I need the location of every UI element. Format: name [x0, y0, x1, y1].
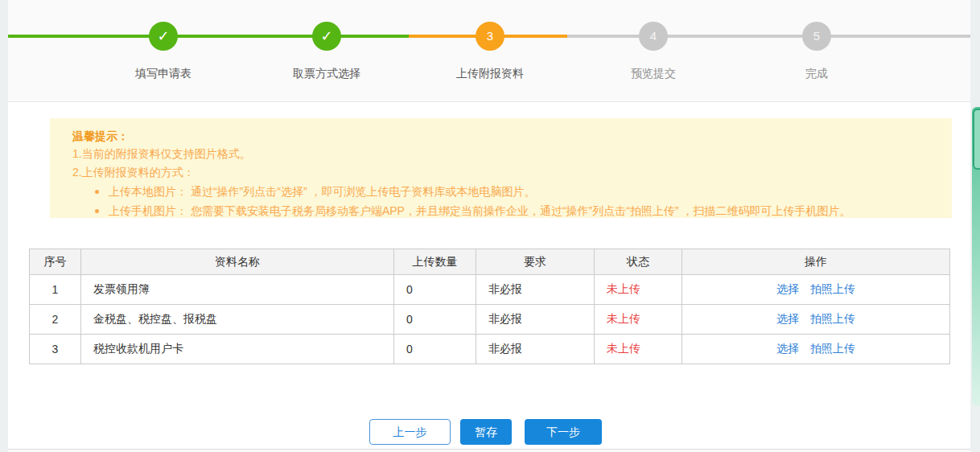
row-requirement: 非必报: [476, 275, 595, 305]
select-file-link[interactable]: 选择: [776, 342, 799, 355]
header-actions: 操作: [682, 249, 950, 275]
row-index: 3: [30, 335, 81, 364]
tip-bullet-local-upload: 上传本地图片： 通过“操作”列点击“选择” ，即可浏览上传电子资料库或本地电脑图…: [72, 182, 936, 201]
row-count: 0: [394, 305, 476, 335]
step-4-label: 预览提交: [589, 67, 718, 81]
save-draft-button[interactable]: 暂存: [460, 419, 512, 445]
tip-line: 2.上传附报资料的方式：: [72, 163, 936, 182]
row-status-badge: 未上传: [595, 305, 682, 335]
button-row: 上一步 暂存 下一步: [369, 419, 602, 445]
header-index: 序号: [30, 249, 81, 275]
row-name: 发票领用簿: [81, 275, 394, 305]
row-name: 税控收款机用户卡: [81, 335, 394, 364]
row-index: 1: [30, 275, 81, 305]
row-actions: 选择 拍照上传: [682, 335, 950, 364]
tip-title: 温馨提示：: [72, 127, 936, 145]
photo-upload-link[interactable]: 拍照上传: [810, 312, 855, 325]
step-progress-bar: ✓ ✓ 3 4 5 填写申请表 取票方式选择 上传附报资料 预览提交 完成: [0, 0, 980, 102]
select-file-link[interactable]: 选择: [776, 312, 799, 325]
page: ✓ ✓ 3 4 5 填写申请表 取票方式选择 上传附报资料 预览提交 完成 温馨…: [0, 0, 980, 452]
step-5-circle: 5: [802, 22, 831, 51]
table-row: 2 金税盘、税控盘、报税盘 0 非必报 未上传 选择 拍照上传: [30, 305, 950, 335]
step-4-circle: 4: [639, 22, 668, 51]
header-requirement: 要求: [476, 249, 595, 275]
row-requirement: 非必报: [476, 305, 595, 335]
step-5-label: 完成: [752, 67, 881, 81]
scrollbar-track[interactable]: [970, 0, 980, 452]
progress-line-pending: [567, 35, 970, 38]
next-step-button[interactable]: 下一步: [525, 419, 602, 445]
row-status-badge: 未上传: [595, 275, 682, 305]
select-file-link[interactable]: 选择: [776, 282, 799, 295]
photo-upload-link[interactable]: 拍照上传: [810, 342, 855, 355]
tip-line: 1.当前的附报资料仅支持图片格式。: [72, 145, 936, 163]
progress-line-completed: [8, 35, 409, 38]
row-actions: 选择 拍照上传: [682, 305, 950, 335]
row-status-badge: 未上传: [595, 335, 682, 364]
tip-bullet-mobile-upload: 上传手机图片： 您需要下载安装电子税务局移动客户端APP，并且绑定当前操作企业，…: [72, 201, 936, 220]
step-2-label: 取票方式选择: [262, 67, 391, 81]
tip-box: 温馨提示： 1.当前的附报资料仅支持图片格式。 2.上传附报资料的方式： 上传本…: [50, 118, 952, 218]
row-name: 金税盘、税控盘、报税盘: [81, 305, 394, 335]
header-count: 上传数量: [394, 249, 476, 275]
table-row: 3 税控收款机用户卡 0 非必报 未上传 选择 拍照上传: [30, 335, 950, 364]
bullet-icon: [95, 209, 99, 213]
header-status: 状态: [595, 249, 682, 275]
row-requirement: 非必报: [476, 335, 595, 364]
row-actions: 选择 拍照上传: [682, 275, 950, 305]
step-1-label: 填写申请表: [99, 67, 228, 81]
step-3-label: 上传附报资料: [426, 67, 554, 81]
bullet-icon: [95, 190, 99, 194]
step-1-check-icon: ✓: [149, 22, 178, 51]
tip-bullet-text: 上传本地图片： 通过“操作”列点击“选择” ，即可浏览上传电子资料库或本地电脑图…: [109, 185, 535, 198]
photo-upload-link[interactable]: 拍照上传: [810, 282, 855, 295]
tip-bullet-text: 上传手机图片： 您需要下载安装电子税务局移动客户端APP，并且绑定当前操作企业，…: [109, 204, 850, 217]
left-edge-gutter: [0, 0, 8, 452]
materials-table: 序号 资料名称 上传数量 要求 状态 操作 1 发票领用簿 0 非必报 未上传 …: [29, 249, 950, 364]
scrollbar-thumb-highlight[interactable]: [973, 109, 980, 170]
row-count: 0: [394, 275, 476, 305]
step-3-circle: 3: [476, 22, 504, 51]
header-name: 资料名称: [81, 249, 394, 275]
row-count: 0: [394, 335, 476, 364]
table-header-row: 序号 资料名称 上传数量 要求 状态 操作: [30, 249, 950, 275]
previous-step-button[interactable]: 上一步: [369, 419, 451, 445]
row-index: 2: [30, 305, 81, 335]
step-2-check-icon: ✓: [312, 22, 341, 51]
table-row: 1 发票领用簿 0 非必报 未上传 选择 拍照上传: [30, 275, 950, 305]
